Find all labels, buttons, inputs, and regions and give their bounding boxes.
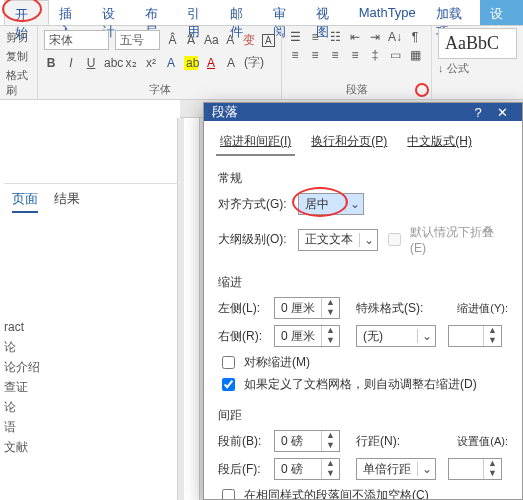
navigation-pane: 页面 结果 ract 论 论介绍 查证 论 语 文献 (0, 118, 178, 500)
tab-review[interactable]: 审阅 (263, 0, 306, 25)
chevron-down-icon[interactable]: ⌄ (417, 462, 435, 476)
tab-insert[interactable]: 插入 (49, 0, 92, 25)
bullets-icon[interactable]: ☰ (288, 30, 302, 44)
auto-adjust-right-checkbox[interactable] (222, 378, 235, 391)
no-space-same-style-checkbox[interactable] (222, 489, 235, 500)
clipboard-group: 剪切 复制 格式刷 (0, 26, 38, 99)
strike-icon[interactable]: abc (104, 56, 118, 70)
align-center-icon[interactable]: ≡ (308, 48, 322, 62)
tab-view[interactable]: 视图 (306, 0, 349, 25)
section-spacing: 间距 (218, 407, 508, 424)
borders-icon[interactable]: ▦ (408, 48, 422, 62)
dialog-tab-indent[interactable]: 缩进和间距(I) (216, 131, 295, 156)
indent-value-spinner[interactable]: ▲▼ (448, 325, 502, 347)
styles-group: AaBbC ↓ 公式 (432, 26, 523, 99)
dialog-tab-asian[interactable]: 中文版式(H) (403, 131, 476, 156)
tab-design[interactable]: 设计 (92, 0, 135, 25)
sort-icon[interactable]: A↓ (388, 30, 402, 44)
format-painter-button[interactable]: 格式刷 (6, 68, 31, 98)
numbering-icon[interactable]: ≡ (308, 30, 322, 44)
increase-indent-icon[interactable]: ⇥ (368, 30, 382, 44)
cut-button[interactable]: 剪切 (6, 30, 31, 45)
outline-item[interactable]: ract (4, 317, 40, 337)
copy-button[interactable]: 复制 (6, 49, 31, 64)
font-size-select[interactable]: 五号 (115, 30, 160, 50)
space-before-spinner[interactable]: 0 磅▲▼ (274, 430, 340, 452)
enclose-char-icon[interactable]: A (262, 34, 275, 47)
char-shading-icon[interactable]: A (224, 56, 238, 70)
close-icon[interactable]: ✕ (490, 105, 514, 120)
vertical-ruler[interactable] (184, 118, 200, 500)
section-indent: 缩进 (218, 274, 508, 291)
tab-mailings[interactable]: 邮件 (220, 0, 263, 25)
left-indent-spinner[interactable]: 0 厘米▲▼ (274, 297, 340, 319)
subscript-icon[interactable]: x₂ (124, 56, 138, 70)
chevron-down-icon[interactable]: ⌄ (345, 197, 363, 211)
line-spacing-select[interactable]: 单倍行距⌄ (356, 458, 436, 480)
paragraph-group: ☰ ≡ ☷ ⇤ ⇥ A↓ ¶ ≡ ≡ ≡ ≡ ‡ ▭ ▦ 段落 (282, 26, 432, 99)
alignment-select[interactable]: 居中⌄ (298, 193, 364, 215)
paragraph-dialog-launcher[interactable] (415, 83, 429, 97)
outline-item[interactable]: 查证 (4, 377, 40, 397)
paragraph-group-label: 段落 (288, 82, 425, 99)
font-family-select[interactable]: 宋体 (44, 30, 109, 50)
set-value-spinner[interactable]: ▲▼ (448, 458, 502, 480)
underline-icon[interactable]: U (84, 56, 98, 70)
char-border-icon[interactable]: (字) (244, 54, 258, 71)
phonetic-icon[interactable]: 变 (243, 32, 256, 49)
dialog-tab-pagination[interactable]: 换行和分页(P) (307, 131, 391, 156)
label-space-before: 段前(B): (218, 433, 268, 450)
dialog-tabs: 缩进和间距(I) 换行和分页(P) 中文版式(H) (204, 121, 522, 162)
outline-item[interactable]: 语 (4, 417, 40, 437)
outline-level-select[interactable]: 正文文本⌄ (298, 229, 378, 251)
space-after-spinner[interactable]: 0 磅▲▼ (274, 458, 340, 480)
collapsed-default-checkbox (388, 233, 401, 246)
superscript-icon[interactable]: x² (144, 56, 158, 70)
dialog-title: 段落 (212, 103, 238, 121)
italic-icon[interactable]: I (64, 56, 78, 70)
tab-layout[interactable]: 布局 (135, 0, 178, 25)
outline-list: ract 论 论介绍 查证 论 语 文献 (4, 317, 40, 457)
increase-font-icon[interactable]: Â (166, 33, 179, 47)
paragraph-dialog: 段落 ? ✕ 缩进和间距(I) 换行和分页(P) 中文版式(H) 常规 对齐方式… (203, 102, 523, 500)
chevron-down-icon[interactable]: ⌄ (417, 329, 435, 343)
multilevel-icon[interactable]: ☷ (328, 30, 342, 44)
tab-references[interactable]: 引用 (177, 0, 220, 25)
section-general: 常规 (218, 170, 508, 187)
shading-icon[interactable]: ▭ (388, 48, 402, 62)
outline-item[interactable]: 文献 (4, 437, 40, 457)
special-indent-select[interactable]: (无)⌄ (356, 325, 436, 347)
style-sample[interactable]: AaBbC (438, 28, 517, 59)
nav-tab-pages[interactable]: 页面 (12, 190, 38, 213)
align-left-icon[interactable]: ≡ (288, 48, 302, 62)
show-marks-icon[interactable]: ¶ (408, 30, 422, 44)
label-left-indent: 左侧(L): (218, 300, 268, 317)
outline-item[interactable]: 论介绍 (4, 357, 40, 377)
bold-icon[interactable]: B (44, 56, 58, 70)
decrease-indent-icon[interactable]: ⇤ (348, 30, 362, 44)
outline-item[interactable]: 论 (4, 337, 40, 357)
mirror-indent-checkbox[interactable] (222, 356, 235, 369)
tab-addins[interactable]: 加载项 (426, 0, 480, 25)
dialog-titlebar: 段落 ? ✕ (204, 103, 522, 121)
label-alignment: 对齐方式(G): (218, 196, 292, 213)
justify-icon[interactable]: ≡ (348, 48, 362, 62)
tab-design-contextual[interactable]: 设计 (480, 0, 523, 25)
highlight-icon[interactable]: ab (184, 56, 198, 70)
outline-item[interactable]: 论 (4, 397, 40, 417)
nav-tab-results[interactable]: 结果 (54, 190, 80, 213)
line-spacing-icon[interactable]: ‡ (368, 48, 382, 62)
tab-mathtype[interactable]: MathType (349, 0, 426, 25)
tab-home[interactable]: 开始 (4, 0, 49, 25)
label-set-value: 设置值(A): (457, 434, 508, 449)
clear-format-icon[interactable]: A (224, 33, 237, 47)
decrease-font-icon[interactable]: Ǎ (185, 33, 198, 47)
label-right-indent: 右侧(R): (218, 328, 268, 345)
right-indent-spinner[interactable]: 0 厘米▲▼ (274, 325, 340, 347)
change-case-icon[interactable]: Aa (204, 33, 218, 47)
align-right-icon[interactable]: ≡ (328, 48, 342, 62)
help-icon[interactable]: ? (466, 105, 490, 120)
text-effects-icon[interactable]: A (164, 56, 178, 70)
font-color-icon[interactable]: A (204, 56, 218, 70)
chevron-down-icon[interactable]: ⌄ (359, 233, 377, 247)
